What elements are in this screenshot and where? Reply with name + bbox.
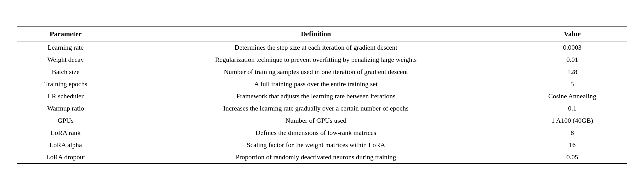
table-row: LR schedulerFramework that adjusts the l… (17, 90, 627, 102)
table-row: Batch sizeNumber of training samples use… (17, 66, 627, 78)
cell-value: 0.05 (517, 151, 627, 164)
cell-definition: Determines the step size at each iterati… (114, 41, 517, 54)
cell-parameter: LoRA rank (17, 127, 114, 139)
parameters-table: Parameter Definition Value Learning rate… (17, 26, 627, 164)
cell-value: 0.0003 (517, 41, 627, 54)
table-row: Training epochsA full training pass over… (17, 78, 627, 90)
header-definition: Definition (114, 27, 517, 41)
cell-value: 0.01 (517, 54, 627, 66)
table-row: GPUsNumber of GPUs used1 A100 (40GB) (17, 114, 627, 127)
cell-parameter: Batch size (17, 66, 114, 78)
cell-definition: Defines the dimensions of low-rank matri… (114, 127, 517, 139)
cell-definition: Increases the learning rate gradually ov… (114, 102, 517, 114)
table-row: LoRA rankDefines the dimensions of low-r… (17, 127, 627, 139)
cell-definition: Proportion of randomly deactivated neuro… (114, 151, 517, 164)
cell-parameter: LoRA dropout (17, 151, 114, 164)
table-row: Learning rateDetermines the step size at… (17, 41, 627, 54)
cell-parameter: Warmup ratio (17, 102, 114, 114)
cell-definition: Number of GPUs used (114, 114, 517, 127)
cell-value: Cosine Annealing (517, 90, 627, 102)
cell-definition: Scaling factor for the weight matrices w… (114, 139, 517, 151)
cell-parameter: LR scheduler (17, 90, 114, 102)
cell-value: 16 (517, 139, 627, 151)
cell-value: 128 (517, 66, 627, 78)
table-row: LoRA alphaScaling factor for the weight … (17, 139, 627, 151)
cell-parameter: Weight decay (17, 54, 114, 66)
header-parameter: Parameter (17, 27, 114, 41)
table-row: Warmup ratioIncreases the learning rate … (17, 102, 627, 114)
cell-definition: Framework that adjusts the learning rate… (114, 90, 517, 102)
cell-definition: Regularization technique to prevent over… (114, 54, 517, 66)
table-header-row: Parameter Definition Value (17, 27, 627, 41)
cell-parameter: Training epochs (17, 78, 114, 90)
cell-parameter: LoRA alpha (17, 139, 114, 151)
cell-value: 8 (517, 127, 627, 139)
cell-definition: A full training pass over the entire tra… (114, 78, 517, 90)
cell-parameter: Learning rate (17, 41, 114, 54)
cell-parameter: GPUs (17, 114, 114, 127)
cell-value: 1 A100 (40GB) (517, 114, 627, 127)
cell-value: 5 (517, 78, 627, 90)
table-row: LoRA dropoutProportion of randomly deact… (17, 151, 627, 164)
header-value: Value (517, 27, 627, 41)
table-container: Parameter Definition Value Learning rate… (17, 26, 627, 164)
table-row: Weight decayRegularization technique to … (17, 54, 627, 66)
cell-definition: Number of training samples used in one i… (114, 66, 517, 78)
cell-value: 0.1 (517, 102, 627, 114)
